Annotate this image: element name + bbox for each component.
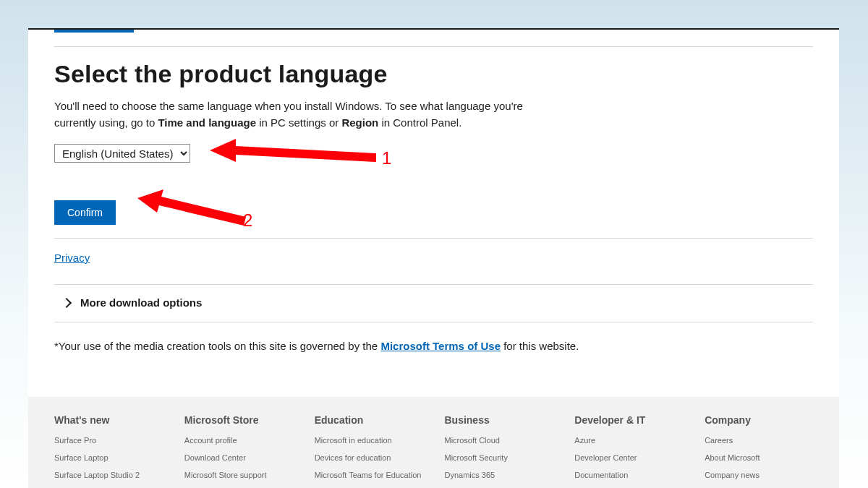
privacy-link[interactable]: Privacy [54, 252, 90, 264]
footer-heading: Company [705, 414, 813, 426]
footer-heading: Business [444, 414, 553, 426]
footnote-text: for this website. [501, 340, 579, 352]
footer-heading: Developer & IT [574, 414, 683, 426]
footer-link[interactable]: Microsoft Cloud [444, 436, 553, 445]
language-select-wrap: English (United States) [54, 144, 190, 163]
main-content: Select the product language You'll need … [28, 46, 839, 352]
terms-footnote: *Your use of the media creation tools on… [54, 340, 813, 352]
footer-column: What's newSurface ProSurface LaptopSurfa… [54, 414, 163, 488]
page-container: Select the product language You'll need … [28, 28, 839, 488]
footer-link[interactable]: Documentation [574, 471, 683, 479]
desc-text: in PC settings or [256, 116, 341, 129]
footer-column: Developer & ITAzureDeveloper CenterDocum… [574, 414, 683, 488]
divider [54, 238, 813, 239]
desc-bold-region: Region [341, 116, 378, 129]
footer-link[interactable]: Microsoft in education [315, 436, 423, 445]
footer-link[interactable]: Account profile [184, 436, 293, 445]
footer-column: EducationMicrosoft in educationDevices f… [315, 414, 423, 488]
footer-column: BusinessMicrosoft CloudMicrosoft Securit… [444, 414, 553, 488]
footer-link[interactable]: Dynamics 365 [444, 471, 553, 479]
footer-link[interactable]: Microsoft Store support [184, 471, 293, 479]
page-title: Select the product language [54, 60, 813, 88]
footer-link[interactable]: Surface Laptop [54, 453, 163, 462]
terms-of-use-link[interactable]: Microsoft Terms of Use [380, 340, 501, 352]
footer-heading: What's new [54, 414, 163, 426]
footer-link[interactable]: Microsoft Security [444, 453, 553, 462]
language-select[interactable]: English (United States) [54, 144, 190, 163]
footer-link[interactable]: Download Center [184, 453, 293, 462]
site-footer: What's newSurface ProSurface LaptopSurfa… [28, 397, 839, 488]
confirm-button[interactable]: Confirm [54, 200, 116, 225]
footer-link[interactable]: About Microsoft [705, 453, 813, 462]
footer-link[interactable]: Careers [705, 436, 813, 445]
footer-heading: Microsoft Store [184, 414, 293, 426]
divider [54, 46, 813, 47]
footer-link[interactable]: Surface Pro [54, 436, 163, 445]
footer-link[interactable]: Surface Laptop Studio 2 [54, 471, 163, 479]
footer-heading: Education [315, 414, 423, 426]
chevron-right-icon [61, 297, 72, 307]
footer-link[interactable]: Developer Center [574, 453, 683, 462]
footer-column: CompanyCareersAbout MicrosoftCompany new… [705, 414, 813, 488]
footnote-text: *Your use of the media creation tools on… [54, 340, 380, 352]
footer-link[interactable]: Azure [574, 436, 683, 445]
active-tab-indicator [54, 30, 134, 33]
footer-column: Microsoft StoreAccount profileDownload C… [184, 414, 293, 488]
footer-link[interactable]: Devices for education [315, 453, 423, 462]
desc-text: in Control Panel. [378, 116, 461, 129]
desc-bold-time-language: Time and language [158, 116, 256, 129]
more-download-options-expander[interactable]: More download options [54, 284, 813, 322]
expander-label: More download options [80, 296, 202, 309]
footer-link[interactable]: Microsoft Teams for Education [315, 471, 423, 479]
instruction-text: You'll need to choose the same language … [54, 98, 532, 131]
footer-link[interactable]: Company news [705, 471, 813, 479]
